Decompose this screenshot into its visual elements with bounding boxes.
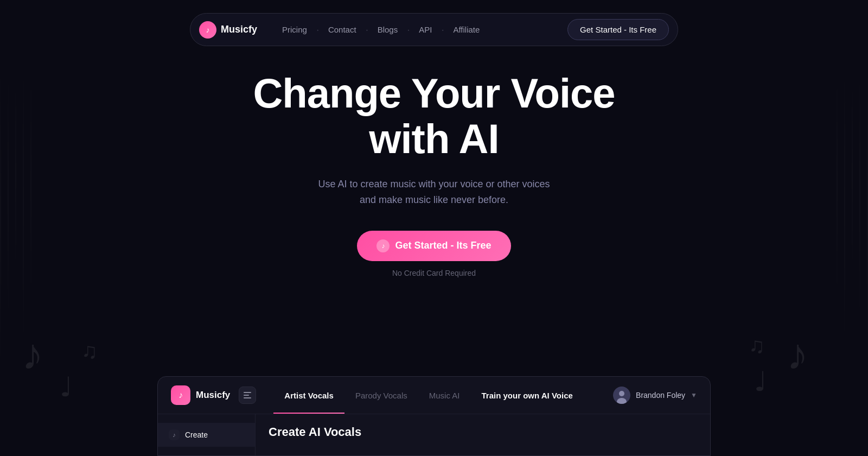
app-tabs: Artist Vocals Parody Vocals Music AI Tra… [273,387,604,404]
app-user-menu[interactable]: Brandon Foley ▼ [613,387,697,404]
hero-section: Change Your Voice with AI Use AI to crea… [244,71,624,277]
app-body: ♪ Create Create AI Vocals [158,414,710,455]
app-sidebar-toggle-button[interactable] [239,387,256,404]
hero-cta-button[interactable]: ♪ Get Started - Its Free [357,231,510,261]
app-sidebar: ♪ Create [158,414,256,455]
svg-text:♪: ♪ [22,330,43,378]
svg-point-10 [619,391,624,396]
nav-link-api[interactable]: API [411,22,439,37]
nav-brand[interactable]: ♪ Musicfy [199,21,257,39]
hero-cta-music-icon: ♪ [376,239,390,252]
nav-cta-button[interactable]: Get Started - Its Free [567,19,669,40]
app-user-chevron-icon: ▼ [691,391,697,399]
app-user-avatar [613,387,630,404]
app-logo-area: ♪ Musicfy [171,385,230,405]
hero-no-credit-text: No Credit Card Required [244,269,624,277]
svg-rect-8 [244,397,251,398]
hero-subtitle: Use AI to create music with your voice o… [244,176,624,208]
nav-brand-name: Musicfy [221,24,257,35]
app-main-content: Create AI Vocals [256,414,710,455]
svg-text:♪: ♪ [787,330,808,378]
nav-separator-2: ● [366,28,368,31]
app-logo-icon: ♪ [171,385,190,405]
svg-text:♩: ♩ [60,372,73,402]
app-main-title: Create AI Vocals [269,425,697,439]
nav-separator-4: ● [442,28,443,31]
nav-link-pricing[interactable]: Pricing [275,22,315,37]
deco-notes-left: ♪ ♩ ♫ [16,304,125,413]
svg-rect-6 [244,392,251,393]
nav-link-contact[interactable]: Contact [321,22,364,37]
svg-text:♫: ♫ [81,339,98,363]
deco-notes-right: ♪ ♩ ♫ [743,304,852,413]
svg-rect-7 [244,395,249,396]
sidebar-toggle-icon [244,392,251,398]
nav-link-affiliate[interactable]: Affiliate [445,22,487,37]
app-brand-name: Musicfy [196,390,230,401]
nav-logo-icon: ♪ [199,21,216,39]
app-preview: ♪ Musicfy Artist Vocals Parody Vocals Mu… [157,376,711,456]
app-tab-train-voice[interactable]: Train your own AI Voice [470,387,583,404]
app-header: ♪ Musicfy Artist Vocals Parody Vocals Mu… [158,377,710,414]
nav-separator-1: ● [317,28,318,31]
sidebar-create-icon: ♪ [169,429,180,440]
app-tab-artist-vocals[interactable]: Artist Vocals [273,387,344,404]
nav-separator-3: ● [407,28,409,31]
app-tab-music-ai[interactable]: Music AI [418,387,471,404]
svg-text:♩: ♩ [754,366,767,397]
nav-link-blogs[interactable]: Blogs [370,22,406,37]
navbar: ♪ Musicfy Pricing ● Contact ● Blogs ● AP… [190,13,678,46]
nav-links: Pricing ● Contact ● Blogs ● API ● Affili… [275,22,567,37]
hero-title: Change Your Voice with AI [244,71,624,161]
svg-text:♫: ♫ [749,333,765,357]
sidebar-item-create[interactable]: ♪ Create [158,423,255,447]
app-user-name: Brandon Foley [636,391,685,400]
app-tab-parody-vocals[interactable]: Parody Vocals [344,387,418,404]
